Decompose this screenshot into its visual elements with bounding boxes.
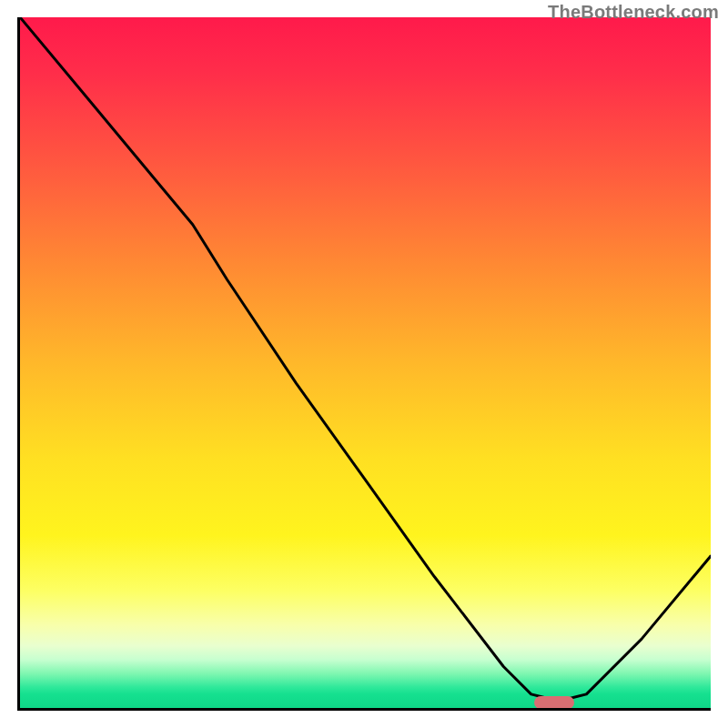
- watermark-text: TheBottleneck.com: [548, 2, 719, 23]
- curve-svg: [20, 17, 711, 708]
- optimal-marker: [534, 696, 574, 709]
- bottleneck-curve: [20, 17, 711, 701]
- plot-area: [17, 17, 711, 711]
- chart-root: TheBottleneck.com: [0, 0, 728, 728]
